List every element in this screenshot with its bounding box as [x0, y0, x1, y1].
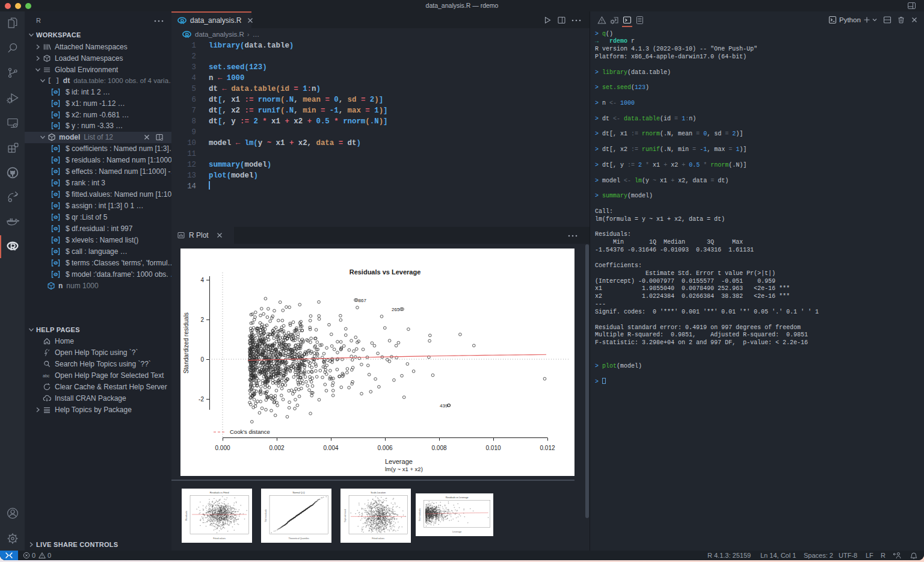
svg-text:Sqrt std resid: Sqrt std resid [344, 509, 346, 522]
svg-text:Residuals vs Leverage: Residuals vs Leverage [350, 268, 421, 276]
svg-text:265: 265 [392, 307, 400, 312]
svg-text:439: 439 [440, 403, 448, 409]
svg-text:0.004: 0.004 [323, 445, 338, 451]
svg-text:Residuals vs Fitted: Residuals vs Fitted [210, 492, 229, 494]
svg-text:Residuals vs Leverage: Residuals vs Leverage [446, 496, 469, 499]
svg-text:abc: abc [43, 374, 50, 378]
svg-text:Fitted values: Fitted values [213, 537, 226, 540]
svg-text:Theoretical Quantiles: Theoretical Quantiles [288, 537, 309, 540]
svg-text:Leverage: Leverage [385, 458, 413, 465]
svg-text:0.012: 0.012 [540, 445, 555, 451]
svg-text:0.002: 0.002 [269, 445, 284, 451]
svg-text:Normal Q-Q: Normal Q-Q [293, 492, 305, 494]
svg-text:Standardized residuals: Standardized residuals [183, 312, 189, 374]
svg-text:Fitted values: Fitted values [372, 537, 384, 540]
svg-text:0: 0 [200, 356, 204, 363]
svg-text:Leverage: Leverage [452, 531, 461, 533]
svg-text:Residuals: Residuals [185, 511, 188, 520]
svg-text:Std residuals: Std residuals [265, 509, 267, 522]
svg-text:-2: -2 [199, 396, 204, 403]
svg-text:0.010: 0.010 [485, 445, 500, 451]
svg-text:0.008: 0.008 [431, 445, 446, 451]
svg-text:0.000: 0.000 [215, 445, 230, 451]
svg-text:Std residuals: Std residuals [419, 508, 421, 521]
svg-text:2: 2 [200, 317, 204, 323]
svg-text:4: 4 [200, 277, 204, 283]
svg-text:Scale-Location: Scale-Location [371, 492, 386, 494]
svg-text:lm(y ~ x1 + x2): lm(y ~ x1 + x2) [385, 466, 423, 472]
svg-text:0.006: 0.006 [377, 445, 392, 451]
svg-text:867: 867 [359, 298, 367, 303]
svg-text:Cook's distance: Cook's distance [230, 428, 270, 435]
